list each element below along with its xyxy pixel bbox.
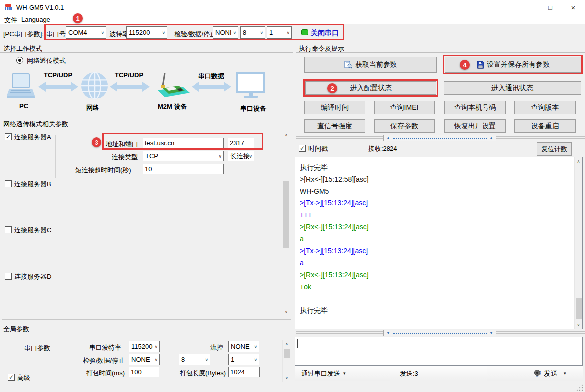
chevron-down-icon[interactable]: ▾	[343, 371, 346, 376]
scroll-down-icon[interactable]: ∨	[282, 308, 290, 316]
global-baud-select[interactable]: 115200 ∨	[129, 341, 160, 352]
chevron-down-icon: ∨	[205, 357, 208, 362]
send-button[interactable]: 发送	[544, 369, 558, 378]
global-scrollbar[interactable]: ∧ ∨	[282, 340, 291, 382]
serial-toolbar: [PC串口参数]: 串口号 COM4 ∨ 波特率 115200 ∨ 检验/数据/…	[0, 24, 585, 42]
query-number-button[interactable]: 查询本机号码	[444, 101, 506, 114]
global-parity-label: 检验/数据/停止	[83, 356, 125, 365]
link-label: TCP/UDP	[44, 71, 72, 79]
log-line: 执行完毕	[300, 306, 572, 318]
global-parity-value: NONE	[131, 356, 150, 363]
conn-type-label: 连接类型	[112, 153, 138, 162]
enter-config-button[interactable]: 进入配置状态	[305, 81, 436, 95]
enter-comm-button[interactable]: 进入通讯状态	[444, 81, 581, 95]
global-parity-select[interactable]: NONE ∨	[129, 354, 160, 365]
conn-mode-select[interactable]: 长连接 ∨	[228, 151, 254, 161]
databits-select[interactable]: 8 ∨	[240, 26, 265, 39]
log-line: >[Rx<-][15:12:58][asc]	[300, 175, 572, 187]
address-input[interactable]: test.usr.cn	[143, 138, 224, 148]
resize-grip[interactable]	[576, 384, 583, 391]
server-a-checkbox[interactable]: ✓	[5, 133, 12, 140]
left-scrollbar[interactable]: ∧ ∨	[282, 131, 290, 316]
log-line: WH-GM5	[300, 187, 572, 199]
conn-type-select[interactable]: TCP ∨	[143, 151, 224, 161]
close-button[interactable]: ×	[562, 0, 585, 14]
stopbits-select[interactable]: 1 ∨	[267, 26, 292, 39]
triangle-down-icon: ▼	[386, 331, 390, 335]
query-version-button[interactable]: 查询版本	[514, 101, 576, 114]
port-select[interactable]: COM4 ∨	[66, 26, 106, 39]
timestamp-label: 时间戳	[308, 144, 328, 153]
close-port-button[interactable]: 关闭串口	[311, 29, 339, 38]
advanced-checkbox[interactable]: ✓	[8, 374, 15, 381]
chevron-down-icon: ∨	[162, 30, 165, 35]
scroll-down-icon[interactable]: ∨	[575, 321, 582, 329]
scrollbar-thumb[interactable]	[283, 181, 289, 248]
send-input[interactable]	[295, 337, 583, 366]
send-via-serial-dropdown[interactable]: 通过串口发送	[301, 369, 340, 378]
query-imei-button[interactable]: 查询IMEI	[374, 101, 435, 114]
log-line: >[Tx->][15:13:24][asc]	[300, 199, 572, 211]
link-arrow-icon	[38, 81, 78, 92]
scroll-up-icon[interactable]: ∧	[575, 157, 582, 165]
pack-len-input[interactable]: 1024	[228, 367, 260, 377]
menu-item-language[interactable]: Language	[19, 15, 52, 24]
pack-time-input[interactable]: 100	[129, 367, 159, 377]
stopbits-select-value: 1	[269, 29, 273, 36]
log-line: a	[300, 235, 572, 247]
scroll-up-icon[interactable]: ∧	[282, 131, 290, 139]
advanced-label: 高级	[17, 373, 30, 382]
splitter-top-handle[interactable]: ▲ ▲	[383, 135, 496, 141]
window-title: WH-GM5 V1.0.1	[16, 4, 64, 11]
global-baud-value: 115200	[131, 343, 152, 350]
minimize-button[interactable]: —	[516, 0, 539, 14]
scroll-down-icon[interactable]: ∨	[283, 374, 291, 382]
app-window: WH-GM5 V1.0.1 — □ × 文件 Language [PC串口参数]…	[0, 0, 585, 392]
global-stopbits-value: 1	[231, 356, 234, 363]
save-params-button[interactable]: 保存参数	[374, 119, 435, 133]
global-baud-label: 串口波特率	[89, 343, 121, 352]
conn-mode-value: 长连接	[230, 152, 250, 161]
horizontal-scrollbar[interactable]	[2, 319, 291, 321]
scroll-up-icon[interactable]: ∧	[283, 340, 291, 348]
port-input[interactable]: 2317	[228, 138, 254, 148]
scrollbar-thumb[interactable]	[284, 349, 290, 358]
transparent-mode-radio[interactable]	[16, 57, 23, 64]
global-stopbits-select[interactable]: 1 ∨	[228, 354, 259, 365]
compile-time-button[interactable]: 编译时间	[304, 101, 365, 114]
signal-strength-button[interactable]: 查信号强度	[304, 119, 365, 133]
factory-reset-button[interactable]: 恢复出厂设置	[444, 119, 506, 133]
flow-select[interactable]: NONE ∨	[228, 341, 259, 352]
send-dropdown-arrow[interactable]: ▾	[564, 371, 566, 376]
splitter-bottom-handle[interactable]: ▼ ▼	[383, 330, 496, 336]
server-c-checkbox[interactable]	[5, 226, 12, 233]
triangle-up-icon: ▲	[386, 136, 390, 140]
chevron-down-icon: ∨	[254, 344, 257, 349]
toolbar-group-label: [PC串口参数]:	[3, 30, 44, 39]
chevron-down-icon: ∨	[254, 357, 257, 362]
maximize-button[interactable]: □	[539, 0, 562, 14]
device-restart-button[interactable]: 设备重启	[514, 119, 576, 133]
parity-label: 检验/数据/停止	[174, 30, 216, 39]
scrollbar-thumb[interactable]	[576, 298, 582, 319]
log-output[interactable]: 执行完毕>[Rx<-][15:12:58][asc]WH-GM5>[Tx->][…	[295, 157, 583, 329]
log-scrollbar[interactable]: ∧ ∨	[574, 157, 582, 329]
get-params-button[interactable]: 获取当前参数	[304, 57, 437, 73]
timestamp-checkbox[interactable]: ✓	[299, 145, 306, 152]
triangle-up-icon: ▲	[489, 136, 493, 140]
short-timeout-input[interactable]: 10	[143, 164, 224, 174]
parity-select[interactable]: NONI ∨	[213, 26, 238, 39]
pack-time-label: 打包时间(ms)	[86, 369, 125, 378]
log-lines: 执行完毕>[Rx<-][15:12:58][asc]WH-GM5>[Tx->][…	[300, 163, 572, 318]
reset-count-button[interactable]: 复位计数	[537, 142, 572, 156]
menu-item-file[interactable]: 文件	[2, 15, 19, 25]
server-b-checkbox[interactable]	[5, 180, 12, 187]
log-line: >[Rx<-][15:13:24][asc]	[300, 271, 572, 283]
server-d-checkbox[interactable]	[5, 273, 12, 280]
global-databits-select[interactable]: 8 ∨	[179, 354, 210, 365]
baud-select[interactable]: 115200 ∨	[126, 26, 167, 39]
m2m-device-icon	[152, 72, 191, 101]
short-timeout-label: 短连接超时时间(秒)	[75, 166, 131, 175]
server-c-label: 连接服务器C	[14, 226, 51, 235]
serial-device-icon	[236, 72, 265, 99]
